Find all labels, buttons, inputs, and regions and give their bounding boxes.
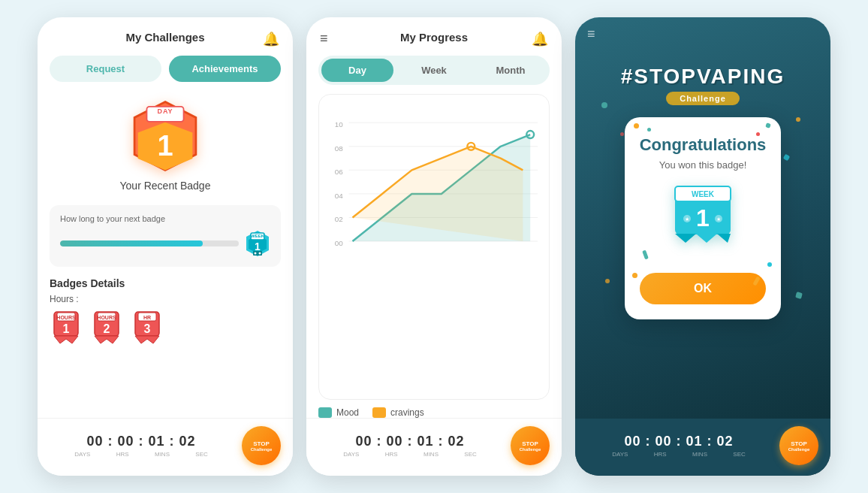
svg-text:★: ★ — [716, 216, 721, 222]
svg-text:06: 06 — [335, 168, 343, 176]
timer-display-3: 00 : 00 : 01 : 02 — [587, 434, 770, 449]
timer-section-2: 00 : 00 : 01 : 02 DAYS HRS MINS SEC — [318, 434, 502, 458]
badge-section: DAY 1 Your Recent Badge — [38, 91, 293, 198]
week-badge: WEEK 1 ★ ★ — [669, 183, 737, 258]
svg-point-9 — [255, 253, 257, 255]
mins-label-3: MINS — [692, 451, 707, 458]
tab-request[interactable]: Request — [50, 56, 161, 82]
days-label-2: DAYS — [343, 451, 359, 458]
progress-bar-row: WEEK 1 — [60, 229, 270, 258]
stop-vaping-subtitle: Challenge — [666, 92, 740, 105]
timer-section: 00 : 00 : 01 : 02 DAYS HRS MINS SEC — [50, 434, 233, 458]
phones-container: My Challenges 🔔 Request Achievements DAY… — [23, 2, 845, 491]
phone-stop-vaping: ≡ #STOPVAPING Challenge — [575, 17, 830, 476]
day-label: DAY — [157, 107, 173, 115]
hamburger-icon-3[interactable]: ≡ — [587, 26, 595, 42]
svg-marker-46 — [717, 234, 731, 243]
phone3-header: ≡ — [575, 17, 830, 42]
ok-button[interactable]: OK — [640, 273, 767, 304]
svg-text:WEEK: WEEK — [251, 234, 265, 238]
sec-label-2: SEC — [464, 451, 476, 458]
hours-badge-1: HOURS 1 — [50, 310, 83, 351]
svg-marker-44 — [675, 234, 696, 243]
hours-badge-3: HR 3 — [131, 310, 164, 351]
legend-row: Mood cravings — [306, 400, 562, 418]
timer-display-2: 00 : 00 : 01 : 02 — [318, 434, 502, 449]
legend-cravings: cravings — [372, 407, 424, 418]
sec-label-3: SEC — [733, 451, 745, 458]
chart-container: 10 08 06 04 02 00 — [318, 94, 550, 400]
badge-row: HOURS 1 HOURS 2 — [50, 310, 281, 351]
bell-icon[interactable]: 🔔 — [263, 31, 279, 47]
badges-details-title: Badges Details — [50, 277, 281, 289]
congrats-subtitle: You won this badge! — [659, 159, 747, 171]
day-badge: DAY 1 — [128, 98, 203, 174]
stop-label-2: STOP — [522, 440, 538, 447]
svg-text:3: 3 — [144, 322, 151, 335]
progress-bar-fill — [60, 240, 203, 246]
svg-text:10: 10 — [335, 120, 343, 129]
svg-text:HOURS: HOURS — [56, 315, 76, 320]
tab-month[interactable]: Month — [475, 59, 547, 82]
progress-bar-bg — [60, 240, 239, 246]
badges-details-section: Badges Details Hours : HOURS 1 — [50, 277, 281, 357]
phone1-tabs: Request Achievements — [50, 56, 281, 82]
stop-label-3: STOP — [791, 440, 807, 447]
hrs-label-3: HRS — [654, 451, 667, 458]
stop-vaping-title: #STOPVAPING — [621, 65, 785, 89]
phone-challenges: My Challenges 🔔 Request Achievements DAY… — [38, 17, 293, 476]
svg-text:00: 00 — [335, 239, 343, 247]
phone-progress: ≡ My Progress 🔔 Day Week Month 10 08 06 … — [306, 17, 562, 476]
cravings-label: cravings — [390, 407, 424, 418]
progress-tabs: Day Week Month — [318, 56, 550, 85]
svg-point-10 — [259, 253, 261, 255]
svg-text:02: 02 — [335, 215, 343, 223]
svg-text:04: 04 — [335, 192, 343, 200]
mins-label-2: MINS — [423, 451, 439, 458]
tab-day[interactable]: Day — [321, 59, 393, 82]
svg-marker-25 — [135, 336, 159, 343]
phone2-header: ≡ My Progress 🔔 — [306, 17, 562, 51]
days-label-3: DAYS — [612, 451, 628, 458]
phone2-footer: 00 : 00 : 01 : 02 DAYS HRS MINS SEC STOP… — [306, 418, 562, 476]
stop-button-2[interactable]: STOP Challenge — [511, 426, 550, 465]
timer-section-3: 00 : 00 : 01 : 02 DAYS HRS MINS SEC — [587, 434, 770, 458]
hours-badge-2: HOURS 2 — [90, 310, 123, 351]
sec-label: SEC — [195, 451, 207, 458]
phone1-header: My Challenges 🔔 — [38, 17, 293, 51]
svg-text:HR: HR — [143, 315, 151, 320]
svg-marker-15 — [54, 336, 78, 343]
hrs-label-2: HRS — [385, 451, 398, 458]
recent-badge-label: Your Recent Badge — [120, 180, 211, 192]
phone2-title: My Progress — [400, 31, 468, 44]
next-badge-section: How long to your next badge WEEK 1 — [50, 205, 281, 267]
svg-marker-20 — [95, 336, 119, 343]
tab-week[interactable]: Week — [398, 59, 470, 82]
timer-labels-3: DAYS HRS MINS SEC — [587, 451, 770, 458]
stop-button-3[interactable]: STOP Challenge — [779, 426, 818, 465]
stop-label-1: STOP — [253, 440, 270, 447]
stop-button-1[interactable]: STOP Challenge — [242, 426, 281, 465]
congrats-title: Congratulations — [640, 135, 767, 155]
svg-text:★: ★ — [685, 216, 689, 222]
phone1-footer: 00 : 00 : 01 : 02 DAYS HRS MINS SEC STOP… — [38, 418, 293, 476]
congrats-modal: Congratulations You won this badge! WEEK… — [625, 117, 782, 319]
timer-display-1: 00 : 00 : 01 : 02 — [50, 434, 233, 449]
next-badge-label: How long to your next badge — [60, 214, 270, 223]
hamburger-icon[interactable]: ≡ — [320, 31, 328, 47]
days-label: DAYS — [74, 451, 90, 458]
svg-marker-45 — [696, 234, 717, 243]
svg-text:HOURS: HOURS — [97, 315, 116, 320]
legend-mood: Mood — [318, 407, 359, 418]
svg-text:1: 1 — [255, 240, 261, 253]
mood-dot — [318, 407, 332, 418]
hours-label: Hours : — [50, 294, 281, 304]
stop-sublabel-3: Challenge — [788, 447, 810, 452]
phone1-title: My Challenges — [125, 31, 204, 44]
timer-labels-2: DAYS HRS MINS SEC — [318, 451, 502, 458]
mins-label: MINS — [155, 451, 170, 458]
bell-icon-2[interactable]: 🔔 — [532, 31, 548, 47]
phone3-footer: 00 : 00 : 01 : 02 DAYS HRS MINS SEC STOP… — [575, 419, 830, 476]
timer-labels-1: DAYS HRS MINS SEC — [50, 451, 233, 458]
tab-achievements[interactable]: Achievements — [169, 56, 281, 82]
